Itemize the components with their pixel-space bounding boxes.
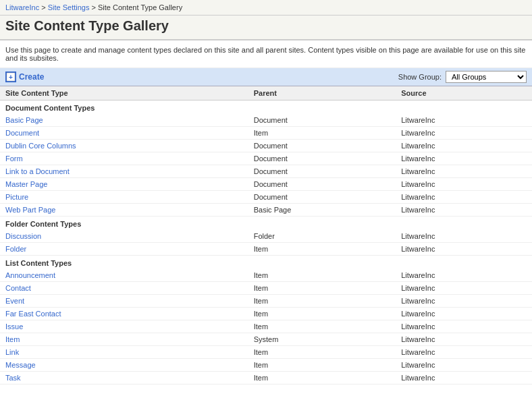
- content-type-name-cell: Far East Contact: [0, 308, 248, 320]
- content-type-name-cell: Contact: [0, 282, 248, 295]
- content-type-link[interactable]: Link to a Document: [5, 167, 70, 175]
- content-type-name-cell: Task: [0, 372, 248, 385]
- show-group-label: Show Group:: [398, 73, 442, 81]
- source-cell: LitwareInc: [396, 140, 532, 152]
- source-cell: LitwareInc: [396, 204, 532, 217]
- parent-cell: Folder: [248, 230, 396, 243]
- breadcrumb: LitwareInc > Site Settings > Site Conten…: [5, 3, 182, 11]
- source-cell: LitwareInc: [396, 320, 532, 333]
- breadcrumb-site-settings[interactable]: Site Settings: [48, 3, 90, 11]
- content-type-link[interactable]: Issue: [5, 322, 23, 331]
- group-header-row: Document Content Types: [0, 101, 532, 115]
- parent-cell: Item: [248, 320, 396, 333]
- create-icon: +: [5, 72, 16, 82]
- content-type-name-cell: Document: [0, 127, 248, 140]
- parent-cell: Document: [248, 140, 396, 152]
- description-bar: Use this page to create and manage conte…: [0, 40, 532, 68]
- table-row: Dublin Core ColumnsDocumentLitwareInc: [0, 140, 532, 152]
- create-button[interactable]: Create: [19, 72, 44, 82]
- table-row: ItemSystemLitwareInc: [0, 333, 532, 346]
- source-cell: LitwareInc: [396, 114, 532, 127]
- source-cell: LitwareInc: [396, 346, 532, 359]
- content-type-link[interactable]: Item: [5, 335, 20, 343]
- content-type-link[interactable]: Task: [5, 374, 21, 382]
- group-header-row: List Content Types: [0, 256, 532, 270]
- group-header-cell: List Content Types: [0, 256, 532, 270]
- table-row: TaskItemLitwareInc: [0, 372, 532, 385]
- col-header-type: Site Content Type: [0, 86, 248, 101]
- content-type-name-cell: Basic Page: [0, 114, 248, 127]
- breadcrumb-bar: LitwareInc > Site Settings > Site Conten…: [0, 0, 532, 16]
- page-description: Use this page to create and manage conte…: [5, 46, 525, 62]
- source-cell: LitwareInc: [396, 333, 532, 346]
- content-type-link[interactable]: Basic Page: [5, 116, 43, 124]
- content-type-name-cell: Link to a Document: [0, 165, 248, 178]
- content-type-link[interactable]: Folder: [5, 245, 26, 253]
- content-type-link[interactable]: Announcement: [5, 271, 55, 279]
- content-type-link[interactable]: Discussion: [5, 232, 41, 240]
- source-cell: LitwareInc: [396, 295, 532, 308]
- source-cell: LitwareInc: [396, 372, 532, 385]
- content-type-link[interactable]: Far East Contact: [5, 310, 61, 318]
- source-cell: LitwareInc: [396, 243, 532, 256]
- parent-cell: System: [248, 333, 396, 346]
- parent-cell: Item: [248, 372, 396, 385]
- content-type-name-cell: Discussion: [0, 230, 248, 243]
- page-title: Site Content Type Gallery: [5, 18, 527, 34]
- table-row: Master PageDocumentLitwareInc: [0, 178, 532, 191]
- content-type-link[interactable]: Message: [5, 361, 36, 369]
- content-type-name-cell: Event: [0, 295, 248, 308]
- svg-text:+: +: [9, 74, 13, 81]
- parent-cell: Item: [248, 282, 396, 295]
- parent-cell: Item: [248, 127, 396, 140]
- toolbar-left: + Create: [5, 72, 44, 82]
- table-row: ContactItemLitwareInc: [0, 282, 532, 295]
- table-row: LinkItemLitwareInc: [0, 346, 532, 359]
- parent-cell: Item: [248, 359, 396, 372]
- content-type-name-cell: Master Page: [0, 178, 248, 191]
- parent-cell: Item: [248, 243, 396, 256]
- parent-cell: Basic Page: [248, 204, 396, 217]
- content-type-link[interactable]: Document: [5, 129, 39, 137]
- table-row: Far East ContactItemLitwareInc: [0, 308, 532, 320]
- content-type-link[interactable]: Picture: [5, 193, 28, 201]
- table-row: DiscussionFolderLitwareInc: [0, 230, 532, 243]
- source-cell: LitwareInc: [396, 359, 532, 372]
- col-header-parent: Parent: [248, 86, 396, 101]
- content-type-link[interactable]: Dublin Core Columns: [5, 142, 76, 150]
- table-row: Web Part PageBasic PageLitwareInc: [0, 204, 532, 217]
- table-row: AnnouncementItemLitwareInc: [0, 269, 532, 282]
- content-type-name-cell: Form: [0, 152, 248, 165]
- group-header-cell: Folder Content Types: [0, 217, 532, 231]
- content-type-name-cell: Message: [0, 359, 248, 372]
- table-row: Link to a DocumentDocumentLitwareInc: [0, 165, 532, 178]
- table-row: MessageItemLitwareInc: [0, 359, 532, 372]
- content-type-name-cell: Item: [0, 333, 248, 346]
- parent-cell: Document: [248, 191, 396, 204]
- content-type-link[interactable]: Link: [5, 348, 19, 356]
- content-type-link[interactable]: Master Page: [5, 180, 47, 188]
- table-row: DocumentItemLitwareInc: [0, 127, 532, 140]
- group-select[interactable]: All Groups Document Content Types Folder…: [446, 71, 527, 83]
- parent-cell: Item: [248, 295, 396, 308]
- content-type-link[interactable]: Event: [5, 297, 24, 305]
- parent-cell: Document: [248, 165, 396, 178]
- content-type-link[interactable]: Form: [5, 154, 23, 163]
- table-row: EventItemLitwareInc: [0, 295, 532, 308]
- content-type-link[interactable]: Contact: [5, 284, 31, 292]
- parent-cell: Item: [248, 308, 396, 320]
- breadcrumb-current: Site Content Type Gallery: [98, 3, 182, 11]
- source-cell: LitwareInc: [396, 178, 532, 191]
- content-type-link[interactable]: Web Part Page: [5, 206, 55, 214]
- breadcrumb-litwareinc[interactable]: LitwareInc: [5, 3, 39, 11]
- parent-cell: Item: [248, 346, 396, 359]
- table-row: FolderItemLitwareInc: [0, 243, 532, 256]
- table-header-row: Site Content Type Parent Source: [0, 86, 532, 101]
- parent-cell: Document: [248, 152, 396, 165]
- col-header-source: Source: [396, 86, 532, 101]
- table-row: FormDocumentLitwareInc: [0, 152, 532, 165]
- source-cell: LitwareInc: [396, 230, 532, 243]
- table-row: PictureDocumentLitwareInc: [0, 191, 532, 204]
- parent-cell: Item: [248, 269, 396, 282]
- content-type-name-cell: Announcement: [0, 269, 248, 282]
